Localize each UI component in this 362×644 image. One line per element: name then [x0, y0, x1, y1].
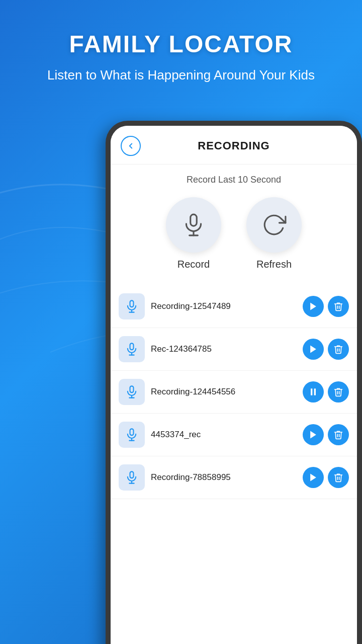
- recording-actions: [303, 339, 349, 360]
- delete-button[interactable]: [328, 296, 349, 317]
- recording-actions: [303, 296, 349, 317]
- recording-item: Rec-124364785: [111, 328, 357, 371]
- phone-screen: RECORDING Record Last 10 Second: [111, 126, 357, 644]
- svg-rect-14: [311, 388, 312, 395]
- recording-item: Recording-124454556: [111, 371, 357, 414]
- recording-actions: [303, 467, 349, 488]
- record-subtitle: Record Last 10 Second: [121, 175, 347, 185]
- recording-item: 4453374_rec: [111, 414, 357, 456]
- trash-icon: [333, 430, 343, 440]
- refresh-button-wrap[interactable]: Refresh: [246, 197, 302, 270]
- header-area: FAMILY LOCATOR Listen to What is Happeni…: [0, 0, 362, 99]
- play-button[interactable]: [303, 424, 324, 445]
- refresh-icon: [261, 212, 287, 237]
- play-icon: [308, 430, 318, 440]
- svg-rect-20: [130, 471, 134, 478]
- recording-item: Recording-78858995: [111, 456, 357, 499]
- back-button[interactable]: [121, 136, 141, 156]
- app-title: FAMILY LOCATOR: [20, 30, 342, 58]
- svg-marker-23: [310, 474, 316, 481]
- microphone-icon: [181, 212, 206, 237]
- svg-rect-11: [130, 386, 134, 392]
- delete-button[interactable]: [328, 467, 349, 488]
- play-icon: [308, 301, 318, 311]
- screen-header: RECORDING: [111, 126, 357, 165]
- refresh-label: Refresh: [256, 259, 292, 270]
- mic-icon-box: [119, 379, 145, 405]
- svg-rect-3: [130, 300, 134, 307]
- pause-icon: [308, 387, 318, 397]
- recording-name: Rec-124364785: [151, 344, 297, 354]
- screen-title: RECORDING: [141, 139, 327, 152]
- pause-button[interactable]: [303, 381, 324, 403]
- recording-list: Recording-12547489 Rec-124364785 Recordi…: [111, 285, 357, 499]
- svg-marker-6: [310, 303, 316, 310]
- delete-button[interactable]: [328, 381, 349, 403]
- mic-icon: [125, 470, 139, 485]
- delete-button[interactable]: [328, 339, 349, 360]
- record-section: Record Last 10 Second Record: [111, 165, 357, 285]
- svg-marker-10: [310, 346, 316, 353]
- mic-icon: [125, 385, 139, 399]
- record-label: Record: [177, 259, 210, 270]
- svg-rect-0: [191, 214, 197, 226]
- refresh-circle[interactable]: [246, 197, 302, 253]
- recording-name: Recording-78858995: [151, 472, 297, 482]
- record-circle[interactable]: [166, 197, 221, 253]
- mic-icon-box: [119, 422, 145, 448]
- trash-icon: [333, 344, 343, 354]
- svg-marker-19: [310, 431, 316, 439]
- mic-icon-box: [119, 293, 145, 319]
- mic-icon-box: [119, 336, 145, 362]
- mic-icon-box: [119, 464, 145, 491]
- app-subtitle: Listen to What is Happening Around Your …: [20, 66, 342, 84]
- trash-icon: [333, 301, 343, 311]
- svg-rect-16: [130, 429, 134, 435]
- delete-button[interactable]: [328, 424, 349, 445]
- recording-name: Recording-12547489: [151, 301, 297, 311]
- svg-rect-7: [130, 343, 134, 350]
- phone-mockup: RECORDING Record Last 10 Second: [106, 121, 362, 644]
- action-buttons: Record Refresh: [121, 197, 347, 280]
- recording-item: Recording-12547489: [111, 285, 357, 328]
- play-icon: [308, 344, 318, 354]
- mic-icon: [125, 428, 139, 442]
- play-button[interactable]: [303, 296, 324, 317]
- recording-name: Recording-124454556: [151, 387, 297, 397]
- play-button[interactable]: [303, 467, 324, 488]
- trash-icon: [333, 387, 343, 397]
- recording-actions: [303, 381, 349, 403]
- svg-rect-15: [314, 388, 316, 395]
- play-icon: [308, 472, 318, 482]
- mic-icon: [125, 299, 139, 313]
- mic-icon: [125, 342, 139, 356]
- recording-name: 4453374_rec: [151, 430, 297, 440]
- play-button[interactable]: [303, 339, 324, 360]
- recording-actions: [303, 424, 349, 445]
- record-button-wrap[interactable]: Record: [166, 197, 221, 270]
- trash-icon: [333, 472, 343, 482]
